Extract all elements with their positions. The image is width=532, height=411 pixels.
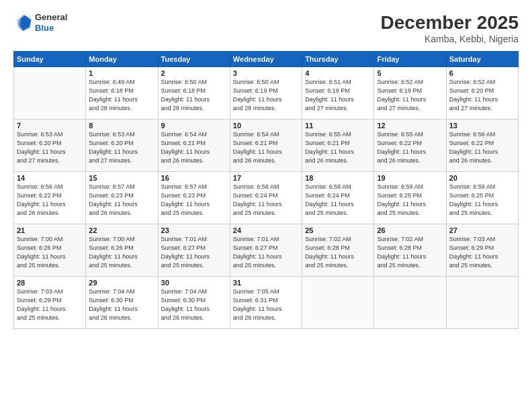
calendar-cell (446, 277, 518, 329)
day-info: Sunrise: 6:56 AM Sunset: 6:22 PM Dayligh… (17, 183, 83, 218)
day-number: 18 (305, 174, 371, 182)
day-number: 29 (89, 279, 154, 287)
day-number: 8 (89, 122, 154, 130)
calendar-cell: 13Sunrise: 6:56 AM Sunset: 6:22 PM Dayli… (446, 120, 518, 172)
calendar-cell: 1Sunrise: 6:49 AM Sunset: 6:18 PM Daylig… (86, 67, 158, 120)
page: General Blue December 2025 Kamba, Kebbi,… (0, 0, 532, 411)
day-info: Sunrise: 6:49 AM Sunset: 6:18 PM Dayligh… (89, 78, 154, 113)
calendar-cell: 19Sunrise: 6:59 AM Sunset: 6:25 PM Dayli… (374, 172, 446, 224)
calendar-cell: 12Sunrise: 6:55 AM Sunset: 6:22 PM Dayli… (374, 120, 446, 172)
day-info: Sunrise: 7:04 AM Sunset: 6:30 PM Dayligh… (161, 287, 227, 322)
day-info: Sunrise: 7:03 AM Sunset: 6:29 PM Dayligh… (449, 235, 515, 270)
day-number: 26 (377, 226, 443, 234)
day-info: Sunrise: 6:50 AM Sunset: 6:19 PM Dayligh… (233, 78, 299, 113)
calendar-cell: 6Sunrise: 6:52 AM Sunset: 6:20 PM Daylig… (446, 67, 518, 120)
calendar-cell: 31Sunrise: 7:05 AM Sunset: 6:31 PM Dayli… (230, 277, 302, 329)
logo-blue: Blue (35, 23, 67, 34)
calendar-cell: 16Sunrise: 6:57 AM Sunset: 6:23 PM Dayli… (158, 172, 230, 224)
day-number: 2 (161, 69, 227, 77)
day-number: 19 (377, 174, 443, 182)
calendar-cell (302, 277, 374, 329)
day-info: Sunrise: 7:01 AM Sunset: 6:27 PM Dayligh… (233, 235, 299, 270)
day-number: 23 (161, 226, 227, 234)
day-info: Sunrise: 6:58 AM Sunset: 6:24 PM Dayligh… (233, 183, 299, 218)
day-info: Sunrise: 6:55 AM Sunset: 6:21 PM Dayligh… (305, 130, 371, 165)
day-number: 30 (161, 279, 227, 287)
calendar-cell: 17Sunrise: 6:58 AM Sunset: 6:24 PM Dayli… (230, 172, 302, 224)
weekday-header-thursday: Thursday (302, 52, 374, 67)
day-number: 10 (233, 122, 299, 130)
day-number: 24 (233, 226, 299, 234)
day-info: Sunrise: 6:57 AM Sunset: 6:23 PM Dayligh… (161, 183, 227, 218)
day-number: 16 (161, 174, 227, 182)
calendar-cell: 21Sunrise: 7:00 AM Sunset: 6:26 PM Dayli… (14, 224, 86, 277)
day-info: Sunrise: 6:53 AM Sunset: 6:20 PM Dayligh… (89, 130, 154, 165)
weekday-header-saturday: Saturday (446, 52, 518, 67)
day-info: Sunrise: 7:00 AM Sunset: 6:26 PM Dayligh… (17, 235, 83, 270)
calendar-cell: 9Sunrise: 6:54 AM Sunset: 6:21 PM Daylig… (158, 120, 230, 172)
day-number: 7 (17, 122, 83, 130)
day-info: Sunrise: 7:02 AM Sunset: 6:28 PM Dayligh… (377, 235, 443, 270)
calendar-cell: 18Sunrise: 6:58 AM Sunset: 6:24 PM Dayli… (302, 172, 374, 224)
day-number: 22 (89, 226, 154, 234)
logo: General Blue (13, 12, 67, 33)
day-number: 17 (233, 174, 299, 182)
day-number: 28 (17, 279, 83, 287)
day-number: 27 (449, 226, 515, 234)
calendar-cell: 14Sunrise: 6:56 AM Sunset: 6:22 PM Dayli… (14, 172, 86, 224)
day-info: Sunrise: 7:03 AM Sunset: 6:29 PM Dayligh… (17, 287, 83, 322)
day-info: Sunrise: 7:05 AM Sunset: 6:31 PM Dayligh… (233, 287, 299, 322)
calendar-cell: 10Sunrise: 6:54 AM Sunset: 6:21 PM Dayli… (230, 120, 302, 172)
day-number: 21 (17, 226, 83, 234)
calendar-cell: 24Sunrise: 7:01 AM Sunset: 6:27 PM Dayli… (230, 224, 302, 277)
calendar-cell: 8Sunrise: 6:53 AM Sunset: 6:20 PM Daylig… (86, 120, 158, 172)
weekday-header-tuesday: Tuesday (158, 52, 230, 67)
logo-icon (13, 13, 32, 32)
calendar-cell: 7Sunrise: 6:53 AM Sunset: 6:20 PM Daylig… (14, 120, 86, 172)
day-info: Sunrise: 6:54 AM Sunset: 6:21 PM Dayligh… (161, 130, 227, 165)
day-info: Sunrise: 6:52 AM Sunset: 6:19 PM Dayligh… (377, 78, 443, 113)
day-number: 4 (305, 69, 371, 77)
day-info: Sunrise: 6:56 AM Sunset: 6:22 PM Dayligh… (449, 130, 515, 165)
day-info: Sunrise: 6:51 AM Sunset: 6:19 PM Dayligh… (305, 78, 371, 113)
calendar-week-1: 1Sunrise: 6:49 AM Sunset: 6:18 PM Daylig… (14, 67, 519, 120)
day-info: Sunrise: 7:00 AM Sunset: 6:26 PM Dayligh… (89, 235, 154, 270)
day-number: 14 (17, 174, 83, 182)
day-info: Sunrise: 7:04 AM Sunset: 6:30 PM Dayligh… (89, 287, 154, 322)
weekday-header-row: SundayMondayTuesdayWednesdayThursdayFrid… (14, 52, 519, 67)
calendar-cell: 28Sunrise: 7:03 AM Sunset: 6:29 PM Dayli… (14, 277, 86, 329)
calendar-cell: 15Sunrise: 6:57 AM Sunset: 6:23 PM Dayli… (86, 172, 158, 224)
day-number: 9 (161, 122, 227, 130)
calendar-cell: 5Sunrise: 6:52 AM Sunset: 6:19 PM Daylig… (374, 67, 446, 120)
day-info: Sunrise: 6:59 AM Sunset: 6:25 PM Dayligh… (377, 183, 443, 218)
calendar-cell: 23Sunrise: 7:01 AM Sunset: 6:27 PM Dayli… (158, 224, 230, 277)
day-number: 3 (233, 69, 299, 77)
day-info: Sunrise: 7:01 AM Sunset: 6:27 PM Dayligh… (161, 235, 227, 270)
day-number: 11 (305, 122, 371, 130)
day-info: Sunrise: 6:57 AM Sunset: 6:23 PM Dayligh… (89, 183, 154, 218)
calendar-cell: 22Sunrise: 7:00 AM Sunset: 6:26 PM Dayli… (86, 224, 158, 277)
day-info: Sunrise: 6:55 AM Sunset: 6:22 PM Dayligh… (377, 130, 443, 165)
day-info: Sunrise: 6:54 AM Sunset: 6:21 PM Dayligh… (233, 130, 299, 165)
logo-text: General Blue (35, 12, 67, 33)
calendar-cell: 27Sunrise: 7:03 AM Sunset: 6:29 PM Dayli… (446, 224, 518, 277)
calendar-cell: 4Sunrise: 6:51 AM Sunset: 6:19 PM Daylig… (302, 67, 374, 120)
weekday-header-wednesday: Wednesday (230, 52, 302, 67)
page-subtitle: Kamba, Kebbi, Nigeria (381, 34, 519, 44)
weekday-header-friday: Friday (374, 52, 446, 67)
calendar-week-5: 28Sunrise: 7:03 AM Sunset: 6:29 PM Dayli… (14, 277, 519, 329)
page-title: December 2025 (381, 12, 519, 34)
header: General Blue December 2025 Kamba, Kebbi,… (13, 12, 519, 44)
title-block: December 2025 Kamba, Kebbi, Nigeria (381, 12, 519, 44)
day-number: 15 (89, 174, 154, 182)
calendar-cell (14, 67, 86, 120)
day-info: Sunrise: 6:59 AM Sunset: 6:25 PM Dayligh… (449, 183, 515, 218)
day-number: 5 (377, 69, 443, 77)
calendar-cell: 26Sunrise: 7:02 AM Sunset: 6:28 PM Dayli… (374, 224, 446, 277)
weekday-header-monday: Monday (86, 52, 158, 67)
day-info: Sunrise: 6:50 AM Sunset: 6:18 PM Dayligh… (161, 78, 227, 113)
logo-general: General (35, 12, 67, 23)
day-number: 31 (233, 279, 299, 287)
weekday-header-sunday: Sunday (14, 52, 86, 67)
day-number: 12 (377, 122, 443, 130)
